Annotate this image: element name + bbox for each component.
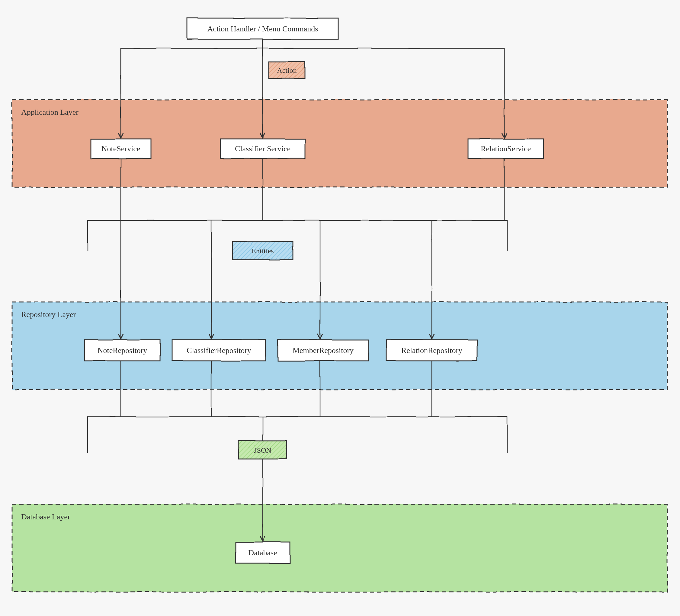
- action-tag-label: Action: [277, 66, 296, 74]
- database-box: Database: [235, 542, 290, 563]
- note-service-label: NoteService: [102, 144, 140, 153]
- relation-repository-box: RelationRepository: [387, 340, 477, 361]
- action-handler-label: Action Handler / Menu Commands: [207, 25, 318, 33]
- json-tag: JSON: [238, 441, 287, 459]
- database-layer: Database Layer: [12, 504, 667, 592]
- action-tag: Action: [269, 62, 305, 79]
- entities-tag: Entities: [232, 242, 293, 260]
- classifier-service-label: Classifier Service: [235, 144, 290, 153]
- repository-layer-label: Repository Layer: [21, 310, 76, 319]
- note-repository-box: NoteRepository: [85, 340, 160, 361]
- svg-rect-8: [12, 504, 667, 592]
- architecture-diagram: Application Layer Repository Layer Datab…: [0, 0, 680, 616]
- classifier-repository-box: ClassifierRepository: [172, 340, 266, 361]
- member-repository-box: MemberRepository: [278, 340, 368, 361]
- member-repository-label: MemberRepository: [292, 346, 353, 355]
- relation-repository-label: RelationRepository: [401, 346, 462, 355]
- relation-service-label: RelationService: [481, 144, 531, 153]
- action-handler-box: Action Handler / Menu Commands: [187, 18, 338, 39]
- classifier-service-box: Classifier Service: [220, 139, 305, 159]
- database-layer-label: Database Layer: [21, 512, 70, 521]
- relation-service-box: RelationService: [468, 139, 543, 159]
- note-service-box: NoteService: [91, 139, 151, 159]
- note-repository-label: NoteRepository: [97, 346, 147, 355]
- entities-tag-label: Entities: [252, 247, 274, 255]
- database-label: Database: [248, 548, 277, 557]
- json-tag-label: JSON: [254, 446, 271, 454]
- application-layer-label: Application Layer: [21, 108, 79, 117]
- classifier-repository-label: ClassifierRepository: [187, 346, 251, 355]
